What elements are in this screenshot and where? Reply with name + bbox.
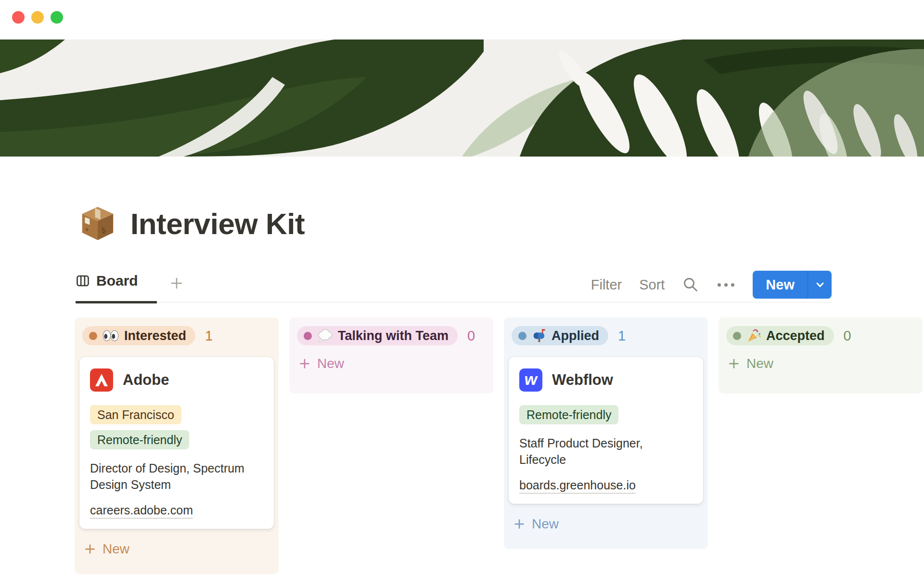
notion-window: Interview Kit Board Filter Sort: [0, 0, 924, 578]
view-tab-bar: Board Filter Sort New: [76, 265, 832, 302]
status-pill-interested[interactable]: Interested: [82, 326, 195, 345]
plus-icon: [168, 275, 185, 291]
column-count: 1: [618, 328, 626, 344]
tag-remote-friendly[interactable]: Remote-friendly: [519, 405, 618, 424]
column-title: Interested: [124, 328, 186, 343]
link-row: careers.adobe.com: [90, 503, 263, 517]
plus-icon: [298, 357, 311, 370]
role-text: Director of Design, Spectrum Design Syst…: [90, 460, 263, 493]
plus-icon: [728, 357, 740, 370]
tab-board-label: Board: [96, 273, 138, 289]
column-title: Accepted: [766, 328, 825, 343]
add-card-label: New: [317, 356, 344, 371]
minimize-window-icon[interactable]: [31, 11, 44, 24]
add-card-button-applied[interactable]: New: [509, 513, 703, 535]
add-card-button-interested[interactable]: New: [79, 539, 274, 560]
eyes-emoji-icon: [103, 329, 119, 342]
add-card-label: New: [103, 541, 129, 557]
status-dot: [304, 332, 312, 340]
monstera-leaves-illustration: [0, 39, 924, 157]
status-dot: [518, 332, 526, 340]
card-link[interactable]: careers.adobe.com: [90, 503, 193, 519]
add-card-label: New: [746, 356, 773, 371]
add-card-button-talking-with-team[interactable]: New: [294, 353, 488, 374]
column-talking-with-team: Talking with Team 0 New: [289, 317, 493, 394]
company-name: Adobe: [123, 371, 169, 389]
webflow-logo-icon: w: [519, 368, 542, 392]
status-pill-applied[interactable]: Applied: [512, 326, 608, 345]
close-window-icon[interactable]: [12, 11, 25, 24]
page-cover-image[interactable]: [0, 39, 924, 157]
company-name: Webflow: [552, 371, 613, 389]
board-toolbar: Filter Sort New: [591, 271, 832, 299]
plus-icon: [513, 518, 526, 530]
more-options-icon[interactable]: [717, 280, 735, 289]
column-count: 0: [467, 328, 475, 344]
tag-remote-friendly[interactable]: Remote-friendly: [90, 430, 189, 449]
status-pill-accepted[interactable]: Accepted: [726, 326, 834, 345]
status-dot: [89, 332, 97, 340]
add-card-button-accepted[interactable]: New: [723, 353, 918, 374]
search-icon[interactable]: [682, 276, 699, 293]
card-link[interactable]: boards.greenhouse.io: [519, 478, 636, 494]
thought-balloon-emoji-icon: [317, 329, 333, 342]
tab-board-view[interactable]: Board: [76, 273, 138, 289]
window-titlebar: [0, 0, 924, 39]
filter-button[interactable]: Filter: [591, 277, 622, 293]
sort-button[interactable]: Sort: [639, 277, 665, 293]
role-text: Staff Product Designer, Lifecycle: [519, 435, 693, 468]
window-controls: [12, 11, 63, 24]
column-header: Interested 1: [79, 326, 274, 345]
column-count: 1: [205, 328, 213, 344]
column-header: Talking with Team 0: [294, 326, 488, 345]
column-title: Applied: [552, 328, 599, 343]
column-header: Applied 1: [509, 326, 703, 345]
tag-san-francisco[interactable]: San Francisco: [90, 405, 181, 424]
add-card-label: New: [532, 516, 559, 532]
page-header: Interview Kit: [78, 204, 305, 243]
column-applied: Applied 1 w Webflow Remote-friendly Staf…: [504, 317, 708, 549]
chevron-down-icon: [814, 278, 826, 291]
card-adobe[interactable]: Adobe San Francisco Remote-friendly Dire…: [79, 357, 274, 529]
link-row: boards.greenhouse.io: [519, 478, 693, 492]
adobe-logo-icon: [90, 368, 113, 392]
status-pill-talking-with-team[interactable]: Talking with Team: [297, 326, 458, 345]
plus-icon: [84, 543, 96, 555]
page-title[interactable]: Interview Kit: [130, 207, 305, 241]
add-view-button[interactable]: [167, 274, 186, 293]
new-button-dropdown[interactable]: [808, 271, 832, 299]
status-dot: [733, 332, 741, 340]
column-count: 0: [844, 328, 851, 344]
package-emoji-icon[interactable]: [78, 204, 117, 243]
new-button-main[interactable]: New: [753, 271, 808, 299]
kanban-board: Interested 1 Adobe San Francisco Remote-…: [75, 317, 923, 574]
board-view-icon: [76, 274, 90, 288]
party-popper-emoji-icon: [746, 328, 761, 343]
new-button: New: [753, 271, 832, 299]
column-header: Accepted 0: [723, 326, 918, 345]
column-interested: Interested 1 Adobe San Francisco Remote-…: [75, 317, 279, 574]
column-title: Talking with Team: [338, 328, 449, 343]
zoom-window-icon[interactable]: [51, 11, 63, 24]
column-accepted: Accepted 0 New: [719, 317, 923, 394]
mailbox-emoji-icon: [532, 328, 546, 343]
active-tab-underline: [76, 301, 157, 303]
card-webflow[interactable]: w Webflow Remote-friendly Staff Product …: [509, 357, 703, 504]
